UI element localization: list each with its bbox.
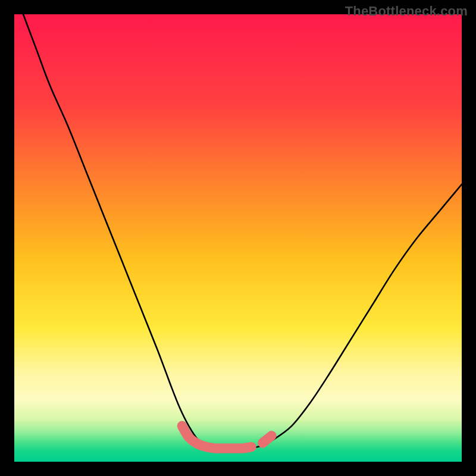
gradient-background — [14, 14, 462, 462]
plot-area — [14, 14, 462, 462]
outer-black-frame: TheBottleneck.com — [0, 0, 476, 476]
watermark-text: TheBottleneck.com — [345, 4, 468, 19]
flat-bottom-right-dot — [262, 436, 271, 443]
chart-svg — [14, 14, 462, 462]
